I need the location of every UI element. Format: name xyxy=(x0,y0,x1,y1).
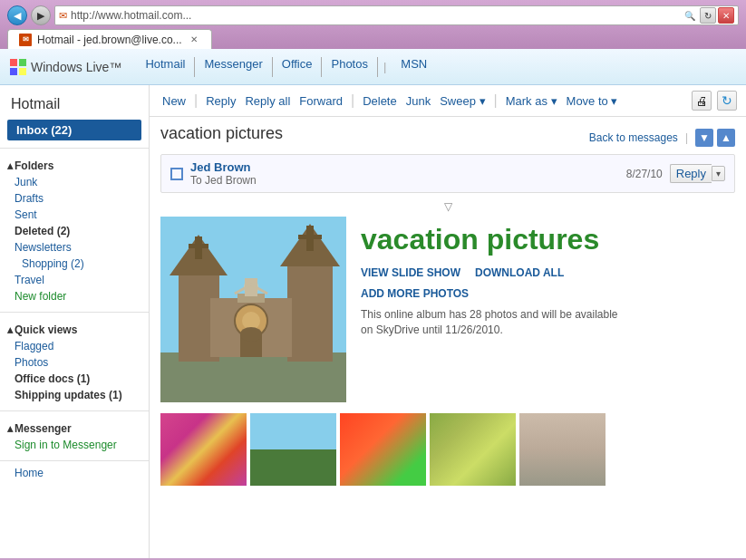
svg-rect-0 xyxy=(10,59,17,66)
reply-button[interactable]: Reply xyxy=(202,92,239,110)
wl-header: Windows Live™ Hotmail Messenger Office P… xyxy=(0,49,746,85)
sidebar-item-shipping[interactable]: Shipping updates (1) xyxy=(0,387,149,403)
tab-close-icon[interactable]: ✕ xyxy=(188,34,200,46)
add-more-photos-link[interactable]: ADD MORE PHOTOS xyxy=(361,287,469,300)
sidebar-item-deleted[interactable]: Deleted (2) xyxy=(0,223,149,239)
tab-favicon: ✉ xyxy=(19,34,32,46)
album-container: vacation pictures VIEW SLIDE SHOW DOWNLO… xyxy=(160,217,735,402)
nav-pipe: | xyxy=(685,131,688,144)
church-photo-svg xyxy=(160,217,346,402)
sender-name[interactable]: Jed Brown xyxy=(190,160,626,174)
address-text: http://www.hotmail.com... xyxy=(71,9,682,22)
triangle-icon-2: ▴ xyxy=(7,323,13,336)
triangle-icon-3: ▴ xyxy=(7,422,13,435)
reply-main-button[interactable]: Reply xyxy=(670,164,712,183)
email-subject: vacation pictures xyxy=(160,124,589,143)
nav-messenger[interactable]: Messenger xyxy=(195,57,272,77)
svg-rect-2 xyxy=(10,68,17,75)
email-title-row: vacation pictures Back to messages | ▼ ▲ xyxy=(150,117,746,154)
separator-3: | xyxy=(491,92,500,109)
message-date: 8/27/10 xyxy=(626,168,663,180)
toolbar-right: 🖨 ↻ xyxy=(692,91,737,111)
sidebar-item-home[interactable]: Home xyxy=(0,465,149,481)
new-button[interactable]: New xyxy=(159,92,189,110)
view-slideshow-link[interactable]: VIEW SLIDE SHOW xyxy=(361,266,460,279)
nav-msn[interactable]: MSN xyxy=(392,57,436,77)
message-icon xyxy=(170,168,183,180)
sidebar-item-sent[interactable]: Sent xyxy=(0,207,149,223)
search-icon[interactable]: 🔍 xyxy=(682,7,698,24)
refresh-button[interactable]: ↻ xyxy=(700,7,716,24)
reply-all-button[interactable]: Reply all xyxy=(241,92,294,110)
album-title: vacation pictures xyxy=(361,224,633,256)
nav-separator: | xyxy=(378,57,392,77)
wl-logo-text: Windows Live™ xyxy=(31,60,121,74)
download-all-link[interactable]: DOWNLOAD ALL xyxy=(475,266,564,279)
sidebar-item-drafts[interactable]: Drafts xyxy=(0,190,149,207)
svg-rect-9 xyxy=(189,244,208,248)
address-bar[interactable]: ✉ http://www.hotmail.com... 🔍 ↻ ✕ xyxy=(54,5,739,25)
sweep-button[interactable]: Sweep ▾ xyxy=(436,92,489,110)
photo-thumb-melons[interactable] xyxy=(430,413,516,486)
messenger-section-title[interactable]: ▴ Messenger xyxy=(0,419,149,437)
photo-grid xyxy=(160,413,735,486)
delete-button[interactable]: Delete xyxy=(359,92,401,110)
sidebar-item-photos[interactable]: Photos xyxy=(0,354,149,371)
main-photo[interactable] xyxy=(160,217,346,402)
sidebar-item-junk[interactable]: Junk xyxy=(0,174,149,190)
divider-3 xyxy=(0,410,149,411)
divider xyxy=(0,148,149,149)
folders-section-title[interactable]: ▴ Folders xyxy=(0,156,149,174)
messenger-section: ▴ Messenger Sign in to Messenger xyxy=(0,415,149,457)
reply-arrow-button[interactable]: ▾ xyxy=(712,166,725,181)
album-desc: This online album has 28 photos and will… xyxy=(361,307,633,338)
sidebar-item-office-docs[interactable]: Office docs (1) xyxy=(0,371,149,387)
move-to-button[interactable]: Move to ▾ xyxy=(563,92,622,110)
sidebar-item-sign-in-messenger[interactable]: Sign in to Messenger xyxy=(0,437,149,453)
divider-2 xyxy=(0,312,149,313)
expand-arrow[interactable]: ▽ xyxy=(160,200,735,213)
nav-photos[interactable]: Photos xyxy=(322,57,377,77)
svg-rect-13 xyxy=(298,235,322,239)
photo-thumb-tree[interactable] xyxy=(250,413,336,486)
forward-button-tb[interactable]: Forward xyxy=(295,92,346,110)
sidebar-item-travel[interactable]: Travel xyxy=(0,272,149,288)
photo-thumb-peppers[interactable] xyxy=(340,413,426,486)
inbox-button[interactable]: Inbox (22) xyxy=(7,120,141,140)
wl-logo[interactable]: Windows Live™ xyxy=(9,58,121,76)
triangle-icon: ▴ xyxy=(7,159,13,172)
browser-tab[interactable]: ✉ Hotmail - jed.brown@live.co... ✕ xyxy=(7,29,212,49)
svg-rect-1 xyxy=(19,59,26,66)
album-links: VIEW SLIDE SHOW DOWNLOAD ALL xyxy=(361,266,633,279)
photo-thumb-fabrics[interactable] xyxy=(160,413,247,486)
sidebar-item-shopping[interactable]: Shopping (2) xyxy=(0,256,149,272)
back-button[interactable]: ◀ xyxy=(7,5,27,25)
junk-button[interactable]: Junk xyxy=(402,92,434,110)
back-to-messages-link[interactable]: Back to messages xyxy=(589,131,678,144)
refresh-email-button[interactable]: ↻ xyxy=(717,91,737,111)
sidebar-item-new-folder[interactable]: New folder xyxy=(0,288,149,304)
nav-hotmail[interactable]: Hotmail xyxy=(136,57,195,77)
photo-thumb-utensils[interactable] xyxy=(519,413,606,486)
nav-arrows: ▼ ▲ xyxy=(695,129,735,147)
next-email-button[interactable]: ▲ xyxy=(717,129,735,147)
svg-rect-3 xyxy=(19,68,26,75)
sender-info: Jed Brown To Jed Brown xyxy=(190,160,626,187)
print-icon: 🖨 xyxy=(696,94,708,108)
sidebar-item-newsletters[interactable]: Newsletters xyxy=(0,239,149,256)
print-button[interactable]: 🖨 xyxy=(692,91,712,111)
mark-as-button[interactable]: Mark as ▾ xyxy=(502,92,561,110)
email-nav-area: Back to messages | ▼ ▲ xyxy=(589,129,735,147)
forward-button[interactable]: ▶ xyxy=(31,5,51,25)
tab-label: Hotmail - jed.brown@live.co... xyxy=(37,34,182,46)
message-header: Jed Brown To Jed Brown 8/27/10 Reply ▾ xyxy=(160,154,735,193)
prev-email-button[interactable]: ▼ xyxy=(695,129,713,147)
email-area: New | Reply Reply all Forward | Delete J… xyxy=(150,85,746,558)
close-tab-button[interactable]: ✕ xyxy=(718,7,734,24)
quick-views-title[interactable]: ▴ Quick views xyxy=(0,320,149,338)
nav-office[interactable]: Office xyxy=(273,57,323,77)
windows-flag-icon xyxy=(9,58,27,76)
separator-1: | xyxy=(191,92,200,109)
sidebar-item-flagged[interactable]: Flagged xyxy=(0,338,149,354)
reply-dropdown: Reply ▾ xyxy=(670,164,725,183)
